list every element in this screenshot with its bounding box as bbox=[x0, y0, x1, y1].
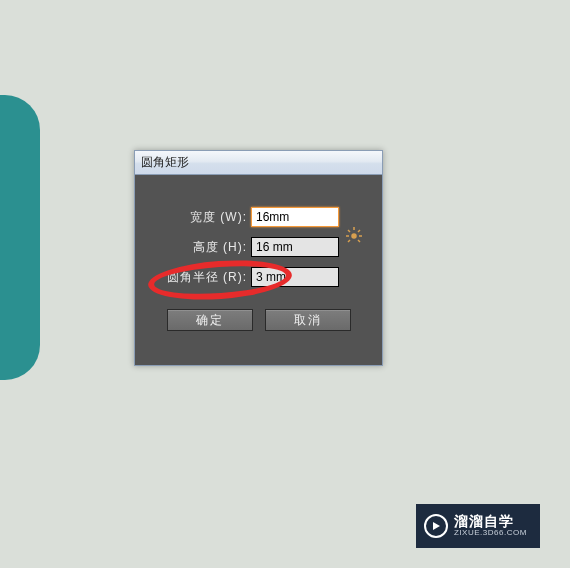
svg-line-6 bbox=[358, 240, 360, 242]
width-row: 宽度 (W): bbox=[149, 207, 368, 227]
radius-input[interactable] bbox=[251, 267, 339, 287]
watermark-sub: ZIXUE.3D66.COM bbox=[454, 529, 527, 538]
lightbulb-icon bbox=[344, 225, 364, 245]
ok-button-label: 确定 bbox=[196, 312, 224, 329]
height-input[interactable] bbox=[251, 237, 339, 257]
height-row: 高度 (H): bbox=[149, 237, 368, 257]
width-input[interactable] bbox=[251, 207, 339, 227]
dialog-titlebar[interactable]: 圆角矩形 bbox=[135, 151, 382, 175]
svg-line-2 bbox=[358, 230, 360, 232]
radius-label: 圆角半径 (R): bbox=[149, 269, 251, 286]
watermark-text: 溜溜自学 ZIXUE.3D66.COM bbox=[454, 514, 527, 538]
height-label: 高度 (H): bbox=[149, 239, 251, 256]
watermark: 溜溜自学 ZIXUE.3D66.COM bbox=[416, 504, 540, 548]
ok-button[interactable]: 确定 bbox=[167, 309, 253, 331]
svg-marker-8 bbox=[433, 522, 440, 530]
width-label: 宽度 (W): bbox=[149, 209, 251, 226]
dialog-title: 圆角矩形 bbox=[141, 154, 189, 171]
svg-line-5 bbox=[348, 240, 350, 242]
rounded-rect-dialog: 圆角矩形 宽度 (W): 高度 (H): 圆角半径 (R): bbox=[134, 150, 383, 366]
play-icon bbox=[424, 514, 448, 538]
canvas-rounded-rect-shape bbox=[0, 95, 40, 380]
cancel-button[interactable]: 取消 bbox=[265, 309, 351, 331]
watermark-main: 溜溜自学 bbox=[454, 514, 527, 529]
dialog-body: 宽度 (W): 高度 (H): 圆角半径 (R): bbox=[135, 175, 382, 365]
svg-line-1 bbox=[348, 230, 350, 232]
cancel-button-label: 取消 bbox=[294, 312, 322, 329]
dialog-button-row: 确定 取消 bbox=[149, 309, 368, 331]
radius-row: 圆角半径 (R): bbox=[149, 267, 368, 287]
svg-point-7 bbox=[352, 234, 356, 238]
